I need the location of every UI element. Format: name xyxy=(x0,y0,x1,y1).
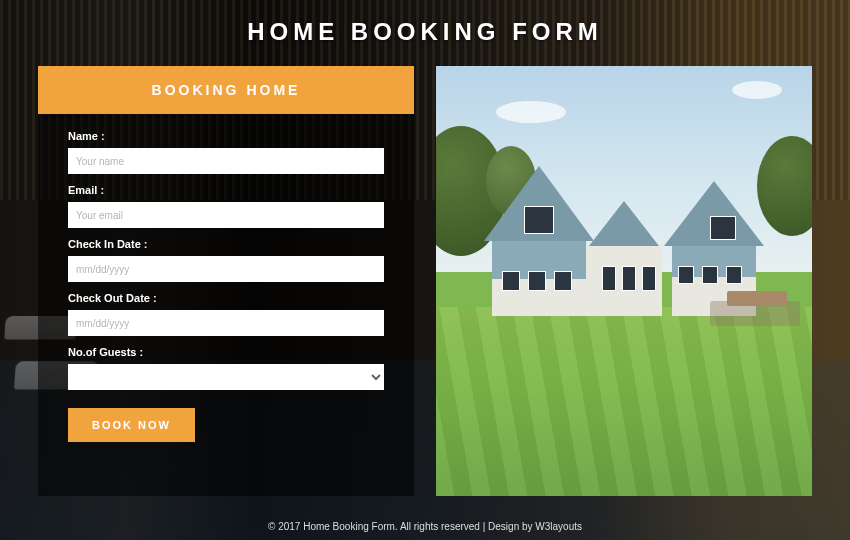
guests-field-group: No.of Guests : xyxy=(68,346,384,390)
cloud-decoration xyxy=(732,81,782,99)
booking-form: Name : Email : Check In Date : Check Out… xyxy=(38,114,414,442)
footer-link[interactable]: W3layouts xyxy=(535,521,582,532)
checkout-label: Check Out Date : xyxy=(68,292,384,304)
checkin-input[interactable] xyxy=(68,256,384,282)
main-container: BOOKING HOME Name : Email : Check In Dat… xyxy=(38,66,812,496)
email-label: Email : xyxy=(68,184,384,196)
email-field-group: Email : xyxy=(68,184,384,228)
page-title: HOME BOOKING FORM xyxy=(0,0,850,46)
lawn-decoration xyxy=(436,307,812,496)
checkout-input[interactable] xyxy=(68,310,384,336)
checkin-field-group: Check In Date : xyxy=(68,238,384,282)
email-input[interactable] xyxy=(68,202,384,228)
name-input[interactable] xyxy=(68,148,384,174)
checkin-label: Check In Date : xyxy=(68,238,384,250)
form-banner: BOOKING HOME xyxy=(38,66,414,114)
name-field-group: Name : xyxy=(68,130,384,174)
house-decoration xyxy=(484,166,764,316)
name-label: Name : xyxy=(68,130,384,142)
guests-select[interactable] xyxy=(68,364,384,390)
cloud-decoration xyxy=(496,101,566,123)
guests-label: No.of Guests : xyxy=(68,346,384,358)
house-image xyxy=(436,66,812,496)
furniture-decoration xyxy=(727,291,787,306)
footer-text: © 2017 Home Booking Form. All rights res… xyxy=(268,521,535,532)
footer: © 2017 Home Booking Form. All rights res… xyxy=(0,521,850,532)
form-panel: BOOKING HOME Name : Email : Check In Dat… xyxy=(38,66,414,496)
book-now-button[interactable]: BOOK NOW xyxy=(68,408,195,442)
checkout-field-group: Check Out Date : xyxy=(68,292,384,336)
